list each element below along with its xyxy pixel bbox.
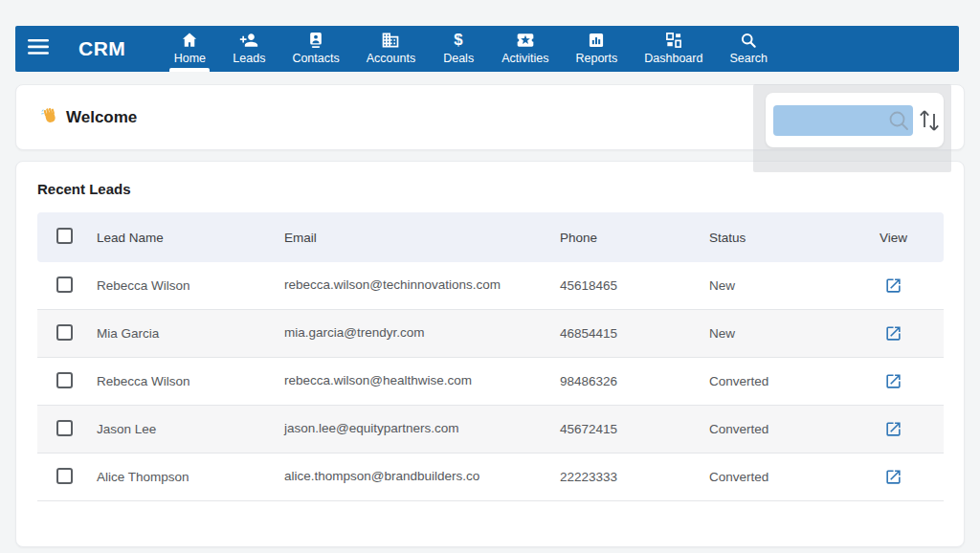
table-row: Rebecca Wilson rebecca.wilson@healthwise… xyxy=(37,358,944,406)
svg-text:$: $ xyxy=(455,31,464,49)
view-lead-button[interactable] xyxy=(884,276,902,295)
external-link-icon xyxy=(884,331,902,345)
view-lead-button[interactable] xyxy=(884,372,902,390)
external-link-icon xyxy=(884,427,902,441)
lead-email: mia.garcia@trendyr.com xyxy=(284,325,425,340)
lead-email: alice.thompson@brandbuilders.co xyxy=(284,469,479,483)
lead-phone: 45672415 xyxy=(560,422,709,436)
row-checkbox[interactable] xyxy=(56,276,73,293)
sort-button[interactable] xyxy=(913,104,942,137)
nav-item-label: Contacts xyxy=(292,52,339,65)
section-title: Recent Leads xyxy=(37,181,943,197)
search-icon xyxy=(886,108,911,137)
lead-status: Converted xyxy=(709,470,843,484)
table-row: Alice Thompson alice.thompson@brandbuild… xyxy=(37,453,944,501)
grid-icon xyxy=(664,31,683,50)
lead-email: jason.lee@equitypartners.com xyxy=(284,421,459,435)
nav-item-deals[interactable]: $ Deals xyxy=(429,26,488,72)
external-link-icon xyxy=(884,475,902,489)
sort-arrows-icon xyxy=(917,125,942,140)
page-title: Welcome xyxy=(66,108,137,127)
table-row: Mia Garcia mia.garcia@trendyr.com 468544… xyxy=(37,310,944,358)
nav-items: Home Leads Contacts Accounts $ Deals xyxy=(160,26,781,72)
search-input-wrap xyxy=(773,105,913,136)
person-add-icon xyxy=(238,31,259,50)
table-row: Jason Lee jason.lee@equitypartners.com 4… xyxy=(37,406,944,453)
lead-name: Alice Thompson xyxy=(97,470,284,484)
nav-item-home[interactable]: Home xyxy=(160,26,219,72)
external-link-icon xyxy=(884,379,902,393)
nav-item-reports[interactable]: Reports xyxy=(562,26,631,72)
lead-status: Converted xyxy=(709,374,843,388)
lead-name: Rebecca Wilson xyxy=(97,374,284,388)
search-highlight-overlay xyxy=(753,84,951,172)
column-header-status: Status xyxy=(709,231,843,245)
view-lead-button[interactable] xyxy=(884,420,902,438)
view-lead-button[interactable] xyxy=(884,324,902,343)
column-header-view: View xyxy=(843,231,944,245)
ticket-star-icon xyxy=(515,31,536,50)
lead-name: Jason Lee xyxy=(97,422,284,436)
nav-item-label: Leads xyxy=(233,52,265,65)
lead-phone: 46854415 xyxy=(560,326,709,341)
nav-item-accounts[interactable]: Accounts xyxy=(353,26,429,72)
row-checkbox[interactable] xyxy=(56,468,73,484)
row-checkbox[interactable] xyxy=(56,420,73,436)
table-row: Rebecca Wilson rebecca.wilson@techinnova… xyxy=(37,262,944,310)
column-header-phone: Phone xyxy=(560,231,709,245)
nav-item-activities[interactable]: Activities xyxy=(488,26,562,72)
column-header-lead-name: Lead Name xyxy=(97,231,284,245)
hamburger-icon xyxy=(28,39,49,58)
lead-phone: 45618465 xyxy=(560,278,709,293)
external-link-icon xyxy=(884,283,902,298)
leads-table: Lead Name Email Phone Status View Rebecc… xyxy=(37,212,944,501)
dollar-icon: $ xyxy=(449,31,468,50)
row-checkbox[interactable] xyxy=(56,372,73,388)
contact-card-icon xyxy=(306,31,325,50)
nav-item-label: Search xyxy=(729,52,768,65)
lead-phone: 98486326 xyxy=(560,374,709,388)
lead-status: New xyxy=(709,326,843,341)
nav-item-label: Deals xyxy=(443,52,474,65)
nav-item-label: Dashboard xyxy=(644,52,702,65)
lead-name: Rebecca Wilson xyxy=(97,278,284,293)
nav-item-label: Reports xyxy=(575,52,617,65)
nav-item-label: Accounts xyxy=(367,52,415,65)
bar-chart-icon xyxy=(587,31,606,50)
select-all-checkbox[interactable] xyxy=(56,228,73,244)
home-icon xyxy=(180,31,199,50)
wave-emoji-icon xyxy=(39,105,60,130)
view-lead-button[interactable] xyxy=(884,468,902,486)
table-header-row: Lead Name Email Phone Status View xyxy=(37,212,944,262)
nav-item-label: Home xyxy=(174,52,206,65)
building-icon xyxy=(381,31,400,50)
nav-item-dashboard[interactable]: Dashboard xyxy=(631,26,716,72)
column-header-email: Email xyxy=(284,231,560,245)
menu-button[interactable] xyxy=(15,26,61,72)
lead-email: rebecca.wilson@techinnovations.com xyxy=(284,277,501,292)
search-card xyxy=(766,93,944,147)
lead-phone: 22223333 xyxy=(560,470,709,484)
row-checkbox[interactable] xyxy=(56,324,73,341)
app-logo: CRM xyxy=(61,26,160,72)
nav-item-contacts[interactable]: Contacts xyxy=(278,26,352,72)
recent-leads-card: Recent Leads Lead Name Email Phone Statu… xyxy=(15,161,965,547)
lead-status: Converted xyxy=(709,422,843,436)
nav-item-search[interactable]: Search xyxy=(716,26,781,72)
top-navbar: CRM Home Leads Contacts Accounts xyxy=(15,26,959,72)
lead-status: New xyxy=(709,278,843,293)
nav-item-leads[interactable]: Leads xyxy=(219,26,278,72)
search-icon xyxy=(739,31,758,50)
lead-email: rebecca.wilson@healthwise.com xyxy=(284,373,472,387)
nav-item-label: Activities xyxy=(501,52,548,65)
lead-name: Mia Garcia xyxy=(97,326,284,341)
